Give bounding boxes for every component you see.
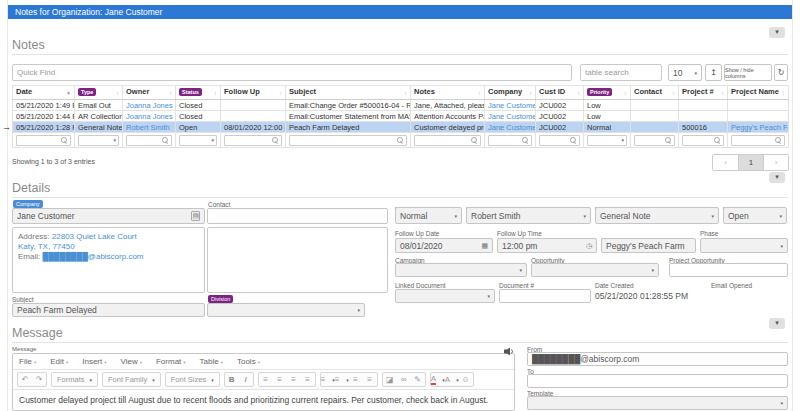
project-opportunity-field[interactable] <box>669 263 788 277</box>
column-header-project-name[interactable]: Project Name↕ <box>728 86 789 100</box>
page-size-select[interactable]: 10 ▾ <box>668 64 702 81</box>
filter-contact-input[interactable] <box>634 135 675 146</box>
opportunity-select[interactable]: ▾ <box>531 263 659 277</box>
column-header-follow-up[interactable]: Follow Up↕ <box>221 86 286 100</box>
table-search-input[interactable] <box>580 64 662 81</box>
column-header-notes[interactable]: Notes↕ <box>411 86 485 100</box>
priority-select[interactable]: Normal ▾ <box>395 207 462 224</box>
campaign-select[interactable]: ▾ <box>395 263 527 277</box>
company-field[interactable]: Jane Customer ▤ <box>12 208 205 224</box>
bold-icon[interactable]: B <box>225 373 239 386</box>
message-body[interactable]: Customer delayed project till August due… <box>13 390 514 410</box>
from-field[interactable]: ████████@abiscorp.com <box>527 352 788 366</box>
filter-status-select[interactable]: ▾ <box>179 135 217 146</box>
font-family-select[interactable]: Font Family▾ <box>103 373 160 386</box>
show-hide-columns-button[interactable]: Show / hide columns <box>724 64 772 81</box>
outdent-icon[interactable]: ≡ <box>349 373 363 386</box>
column-header-cust-id[interactable]: Cust ID↕ <box>536 86 584 100</box>
company-link[interactable]: Jane Customer <box>485 122 536 133</box>
column-header-company[interactable]: Company↕ <box>485 86 536 100</box>
italic-icon[interactable]: I <box>239 373 253 386</box>
font-sizes-select[interactable]: Font Sizes▾ <box>166 373 219 386</box>
insert-link-icon[interactable]: ∞ <box>397 373 411 386</box>
menu-file[interactable]: File▾ <box>19 357 36 366</box>
filter-cust-id-input[interactable] <box>539 135 580 146</box>
note-row[interactable]: 05/21/2020 1:44 PM AR Collection Joanna … <box>13 111 789 122</box>
status-select[interactable]: Open ▾ <box>723 207 787 224</box>
subject-field[interactable]: Peach Farm Delayed <box>12 303 205 317</box>
font-color-icon[interactable]: A▾ <box>431 373 445 386</box>
project-field[interactable]: Peggy's Peach Farm <box>601 238 696 253</box>
note-row[interactable]: 05/21/2020 1:49 PM Email Out Joanna Jone… <box>13 100 789 111</box>
column-header-contact[interactable]: Contact↕ <box>631 86 679 100</box>
refresh-button[interactable]: ↻ <box>774 64 788 81</box>
redo-icon[interactable]: ↷ <box>32 373 46 386</box>
column-header-priority[interactable]: Priority↕ <box>584 86 631 100</box>
edit-pencil-icon[interactable]: ✎ <box>411 373 425 386</box>
filter-subject-input[interactable] <box>289 135 407 146</box>
menu-view[interactable]: View▾ <box>121 357 142 366</box>
numbered-list-icon[interactable]: ≡▾ <box>335 373 349 386</box>
follow-up-date-field[interactable]: 08/01/2020 ▦ <box>395 238 493 253</box>
filter-company-input[interactable] <box>488 135 532 146</box>
align-center-icon[interactable]: ≡ <box>273 373 287 386</box>
clock-icon[interactable]: ◷ <box>586 242 592 250</box>
menu-insert[interactable]: Insert▾ <box>82 357 106 366</box>
project-name-link[interactable]: Peggy's Peach Farm <box>728 122 789 133</box>
owner-link[interactable]: Robert Smith <box>123 122 176 133</box>
pagination-prev-button[interactable]: ‹ <box>713 155 738 170</box>
align-justify-icon[interactable]: ≡ <box>301 373 315 386</box>
column-header-status[interactable]: Status↕ <box>176 86 221 100</box>
template-select[interactable]: ▾ <box>527 396 788 410</box>
pagination-page-1[interactable]: 1 <box>738 155 763 170</box>
menu-table[interactable]: Table▾ <box>200 357 223 366</box>
division-select[interactable]: ▾ <box>207 303 365 317</box>
calendar-icon[interactable]: ▦ <box>481 242 488 250</box>
company-link[interactable]: Jane Customer <box>485 111 536 122</box>
column-header-type[interactable]: Type↕ <box>75 86 123 100</box>
column-header-owner[interactable]: Owner↕ <box>123 86 176 100</box>
company-email[interactable]: ████████@abiscorp.com <box>42 252 143 261</box>
contact-field[interactable] <box>207 208 388 224</box>
owner-link[interactable]: Joanna Jones <box>123 100 176 111</box>
phase-select[interactable]: ▾ <box>700 238 788 253</box>
linked-document-select[interactable]: ▾ <box>395 289 495 303</box>
lookup-icon[interactable]: ▤ <box>191 211 200 221</box>
filter-owner-input[interactable] <box>126 135 172 146</box>
to-field[interactable] <box>527 374 788 388</box>
collapse-notes-button[interactable]: ▾ <box>769 27 785 38</box>
follow-up-time-field[interactable]: 12:00 pm ◷ <box>497 238 597 253</box>
document-number-field[interactable] <box>499 289 591 303</box>
owner-select[interactable]: Robert Smith ▾ <box>466 207 591 224</box>
align-left-icon[interactable]: ≡ <box>259 373 273 386</box>
align-right-icon[interactable]: ≡ <box>287 373 301 386</box>
type-select[interactable]: General Note ▾ <box>595 207 719 224</box>
note-row-selected[interactable]: 05/21/2020 1:28 PM General Note Robert S… <box>13 122 789 133</box>
filter-priority-select[interactable]: ▾ <box>587 135 627 146</box>
filter-notes-input[interactable] <box>414 135 481 146</box>
column-header-project-number[interactable]: Project #↕ <box>679 86 728 100</box>
speaker-icon[interactable] <box>504 347 515 356</box>
emoticon-icon[interactable]: ☺ <box>459 373 473 386</box>
company-link[interactable]: Jane Customer <box>485 100 536 111</box>
filter-date-input[interactable] <box>16 135 71 146</box>
filter-project-number-input[interactable] <box>682 135 724 146</box>
filter-type-select[interactable]: ▾ <box>78 135 119 146</box>
owner-link[interactable]: Joanna Jones <box>123 111 176 122</box>
menu-tools[interactable]: Tools▾ <box>237 357 260 366</box>
column-header-subject[interactable]: Subject↕ <box>286 86 411 100</box>
menu-format[interactable]: Format▾ <box>156 357 186 366</box>
column-header-date[interactable]: Date▼ <box>13 86 75 100</box>
undo-icon[interactable]: ↶ <box>18 373 32 386</box>
bullet-list-icon[interactable]: ≡▾ <box>321 373 335 386</box>
quick-find-input[interactable] <box>12 64 572 81</box>
filter-follow-up-input[interactable] <box>224 135 282 146</box>
highlight-color-icon[interactable]: A▾ <box>445 373 459 386</box>
insert-image-icon[interactable]: ◪ <box>383 373 397 386</box>
formats-select[interactable]: Formats▾ <box>52 373 97 386</box>
indent-icon[interactable]: ≡ <box>363 373 377 386</box>
filter-project-name-input[interactable] <box>731 135 785 146</box>
pagination-next-button[interactable]: › <box>763 155 788 170</box>
menu-edit[interactable]: Edit▾ <box>50 357 68 366</box>
export-button[interactable]: ↥ <box>705 64 722 81</box>
